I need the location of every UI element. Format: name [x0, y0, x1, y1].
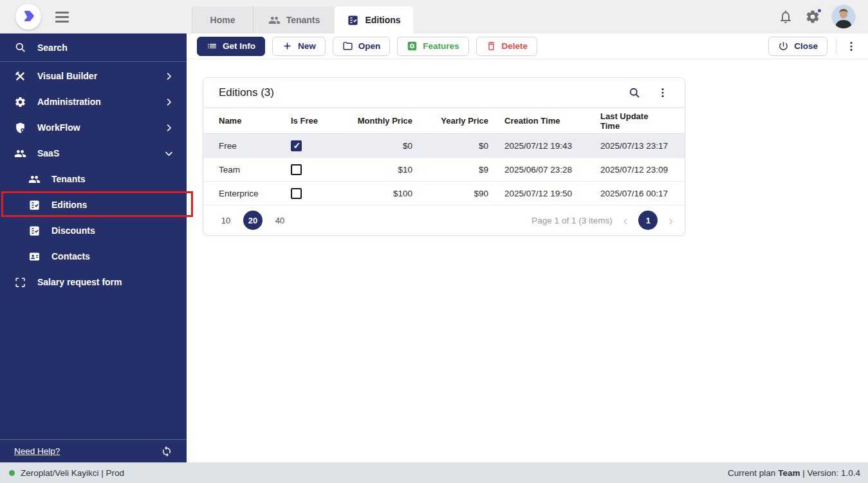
tab-label: Tenants [286, 15, 320, 25]
table-row[interactable]: Enterprice $100 $90 2025/07/12 19:50 202… [203, 182, 685, 205]
main-row: Search Visual Builder Administration [0, 33, 868, 462]
chevron-right-icon [164, 123, 174, 133]
sidebar-item-discounts[interactable]: Discounts [0, 218, 187, 243]
plus-icon [282, 41, 293, 52]
chevron-down-icon [164, 149, 174, 158]
settings-gear-icon[interactable] [805, 9, 820, 24]
sidebar: Search Visual Builder Administration [0, 33, 187, 462]
features-button[interactable]: Features [397, 37, 468, 56]
need-help-link[interactable]: Need Help? [14, 446, 60, 456]
column-header-yearly-price[interactable]: Yearly Price [412, 108, 488, 134]
zeroplat-logo-icon[interactable] [15, 4, 41, 30]
current-plan-prefix: Current plan [728, 468, 775, 478]
toolbar-kebab-menu-icon[interactable] [845, 40, 858, 53]
cell-creation-time: 2025/06/07 23:28 [488, 158, 599, 182]
is-free-checkbox[interactable] [291, 164, 302, 175]
get-info-button[interactable]: Get Info [197, 37, 265, 56]
menu-hamburger-icon[interactable] [55, 12, 69, 23]
column-header-is-free[interactable]: Is Free [291, 108, 345, 134]
refresh-icon[interactable] [161, 446, 172, 457]
button-label: New [298, 41, 316, 51]
sidebar-item-label: Tenants [51, 174, 86, 184]
editions-table: Name Is Free Monthly Price Yearly Price … [203, 108, 685, 205]
button-label: Delete [502, 41, 528, 51]
contact-card-icon [28, 251, 41, 263]
features-gear-icon [407, 41, 418, 52]
card-title: Editions (3) [219, 86, 274, 99]
search-icon[interactable] [628, 86, 641, 99]
sidebar-item-workflow[interactable]: WorkFlow [0, 115, 187, 140]
next-page-icon[interactable]: › [667, 214, 674, 227]
sidebar-item-editions[interactable]: Editions [0, 192, 187, 218]
people-icon [14, 147, 26, 160]
toolbar-right: Close [768, 37, 858, 56]
sidebar-item-label: Salary request form [37, 277, 122, 287]
power-icon [778, 41, 789, 52]
shield-gear-icon [14, 122, 26, 134]
card-header: Editions (3) [203, 78, 685, 108]
cell-creation-time: 2025/07/12 19:50 [488, 182, 599, 205]
cell-name: Team [203, 158, 291, 182]
sidebar-item-saas[interactable]: SaaS [0, 140, 187, 166]
page-size-40[interactable]: 40 [270, 211, 290, 230]
status-right: Current plan Team | Version: 1.0.4 [728, 468, 860, 478]
sidebar-item-salary-request-form[interactable]: Salary request form [0, 269, 187, 295]
sidebar-item-label: Editions [51, 200, 87, 210]
tab-home[interactable]: Home [192, 6, 253, 33]
new-button[interactable]: New [272, 37, 326, 56]
button-label: Get Info [223, 41, 255, 51]
app-window: Home Tenants Editions [0, 0, 868, 483]
cell-yearly-price: $9 [412, 158, 488, 182]
is-free-checkbox[interactable] [291, 140, 302, 151]
page-size-20[interactable]: 20 [243, 211, 263, 230]
top-header: Home Tenants Editions [0, 0, 868, 33]
sidebar-item-visual-builder[interactable]: Visual Builder [0, 63, 187, 89]
close-button[interactable]: Close [768, 37, 827, 56]
online-status-dot [9, 470, 15, 476]
is-free-checkbox[interactable] [291, 188, 302, 199]
column-header-last-update-time[interactable]: Last Update Time [599, 108, 685, 134]
current-plan-value: Team [778, 468, 800, 478]
table-row[interactable]: Team $10 $9 2025/06/07 23:28 2025/07/12 … [203, 158, 685, 182]
status-bar: Zeroplat/Veli Kayikci | Prod Current pla… [0, 462, 868, 483]
column-header-creation-time[interactable]: Creation Time [488, 108, 599, 134]
chevron-right-icon [164, 71, 174, 81]
page-1-button[interactable]: 1 [638, 211, 658, 230]
column-header-monthly-price[interactable]: Monthly Price [345, 108, 412, 134]
table-row[interactable]: Free $0 $0 2025/07/12 19:43 2025/07/13 2… [203, 134, 685, 158]
button-label: Close [794, 41, 818, 51]
cell-monthly-price: $100 [345, 182, 412, 205]
trash-icon [486, 41, 497, 52]
sidebar-item-contacts[interactable]: Contacts [0, 243, 187, 269]
sidebar-footer: Need Help? [0, 439, 187, 462]
user-avatar[interactable] [832, 5, 855, 28]
page-size-10[interactable]: 10 [216, 211, 235, 230]
tools-icon [14, 70, 26, 82]
sidebar-item-tenants[interactable]: Tenants [0, 166, 187, 192]
tab-label: Home [210, 15, 235, 25]
sidebar-divider [0, 61, 187, 62]
cell-last-update-time: 2025/07/12 23:09 [599, 158, 685, 182]
sidebar-search[interactable]: Search [0, 33, 187, 61]
status-left: Zeroplat/Veli Kayikci | Prod [9, 468, 124, 478]
cell-name: Free [203, 134, 291, 158]
cell-monthly-price: $10 [345, 158, 412, 182]
search-icon [14, 41, 26, 53]
tab-tenants[interactable]: Tenants [253, 6, 335, 33]
sidebar-item-label: Administration [37, 97, 101, 107]
table-header-row: Name Is Free Monthly Price Yearly Price … [203, 108, 685, 134]
card-kebab-menu-icon[interactable] [656, 86, 669, 99]
cell-monthly-price: $0 [345, 134, 412, 158]
editions-icon [347, 14, 359, 26]
tab-editions[interactable]: Editions [335, 6, 413, 33]
list-icon [207, 41, 217, 52]
sidebar-item-administration[interactable]: Administration [0, 89, 187, 115]
open-button[interactable]: Open [333, 37, 391, 56]
delete-button[interactable]: Delete [476, 37, 538, 56]
workarea: Editions (3) [187, 59, 868, 462]
column-header-name[interactable]: Name [203, 108, 291, 134]
notifications-bell-icon[interactable] [778, 9, 793, 24]
notification-dot [817, 8, 822, 14]
prev-page-icon[interactable]: ‹ [622, 214, 629, 227]
header-actions [778, 0, 868, 33]
